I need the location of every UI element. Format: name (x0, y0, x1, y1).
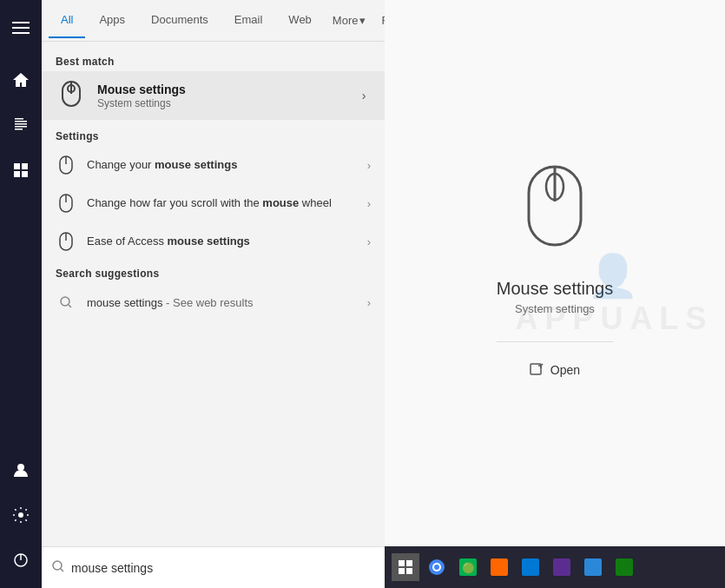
svg-rect-36 (406, 568, 412, 574)
svg-line-26 (69, 305, 71, 307)
open-label: Open (550, 363, 580, 377)
svg-rect-9 (22, 163, 28, 169)
hamburger-menu-button[interactable] (0, 7, 42, 49)
svg-point-13 (18, 512, 23, 518)
svg-rect-11 (22, 171, 28, 177)
detail-panel: 👤 APPUALS Mouse settings System settings (385, 0, 725, 588)
search-input[interactable] (71, 561, 374, 575)
search-bar-icon (52, 560, 64, 575)
svg-rect-43 (522, 558, 539, 576)
svg-line-28 (61, 569, 63, 571)
detail-content: Mouse settings System settings Open (479, 0, 631, 546)
settings-item-text-3: Ease of Access mouse settings (87, 234, 360, 249)
best-match-arrow: › (343, 71, 385, 120)
search-results: Best match Mouse settings System setting… (42, 42, 385, 546)
svg-point-25 (61, 297, 69, 306)
taskbar: 🟢 (385, 546, 725, 588)
mouse-icon-3 (56, 231, 76, 252)
best-match-text: Mouse settings System settings (97, 83, 371, 109)
taskbar-icon-app4[interactable] (548, 553, 576, 581)
best-match-label: Best match (42, 49, 385, 71)
tab-documents[interactable]: Documents (139, 3, 221, 38)
taskbar-icon-app3[interactable] (517, 553, 544, 581)
settings-item-change-mouse[interactable]: Change your mouse settings › (42, 146, 385, 184)
settings-item-arrow-3: › (367, 235, 371, 248)
svg-rect-33 (399, 560, 405, 566)
svg-rect-2 (12, 32, 30, 34)
taskbar-icon-app2[interactable] (485, 553, 513, 581)
svg-rect-6 (15, 126, 27, 128)
svg-rect-44 (553, 558, 570, 576)
search-bar (42, 546, 385, 588)
best-match-subtitle: System settings (97, 97, 371, 109)
tab-bar: All Apps Documents Email Web More ▾ Feed… (42, 0, 385, 42)
svg-rect-4 (15, 121, 27, 122)
mouse-icon-2 (56, 193, 76, 214)
svg-rect-3 (15, 118, 23, 120)
open-icon (530, 363, 544, 377)
svg-rect-45 (584, 558, 602, 576)
svg-rect-46 (616, 558, 633, 576)
svg-rect-8 (14, 163, 20, 169)
suggestion-arrow-1: › (367, 296, 371, 309)
sidebar (0, 0, 42, 588)
svg-rect-42 (491, 558, 508, 576)
svg-rect-35 (399, 568, 405, 574)
svg-rect-7 (15, 129, 23, 130)
detail-divider (497, 341, 614, 342)
tab-more[interactable]: More ▾ (326, 3, 373, 37)
svg-rect-5 (15, 123, 27, 125)
open-button[interactable]: Open (516, 356, 594, 384)
settings-item-text-2: Change how far you scroll with the mouse… (87, 195, 360, 211)
detail-mouse-icon (520, 162, 590, 261)
settings-item-ease-access[interactable]: Ease of Access mouse settings › (42, 222, 385, 261)
settings-item-arrow-1: › (367, 159, 371, 172)
taskbar-icon-app5[interactable] (579, 553, 607, 581)
taskbar-icon-app1[interactable]: 🟢 (454, 553, 482, 581)
apps-grid-button[interactable] (0, 149, 42, 191)
settings-item-arrow-2: › (367, 197, 371, 210)
svg-point-39 (434, 565, 439, 570)
svg-rect-0 (12, 22, 30, 23)
tab-apps[interactable]: Apps (87, 3, 137, 38)
tab-all[interactable]: All (49, 3, 85, 38)
svg-point-12 (17, 464, 24, 471)
detail-title: Mouse settings (497, 279, 614, 299)
taskbar-icon-app6[interactable] (610, 553, 638, 581)
power-button[interactable] (0, 539, 42, 581)
svg-text:🟢: 🟢 (462, 561, 475, 574)
suggestions-section: Search suggestions mouse settings - See … (42, 261, 385, 321)
search-panel: All Apps Documents Email Web More ▾ Feed… (42, 0, 385, 588)
taskbar-task-view[interactable] (392, 553, 419, 581)
home-button[interactable] (0, 59, 42, 101)
svg-rect-10 (14, 171, 20, 177)
mouse-icon-1 (56, 155, 76, 175)
mouse-settings-icon (56, 80, 87, 111)
suggestion-text-1: mouse settings - See web results (87, 296, 367, 309)
svg-point-27 (53, 561, 62, 570)
suggestions-label: Search suggestions (42, 261, 385, 283)
settings-item-scroll[interactable]: Change how far you scroll with the mouse… (42, 184, 385, 222)
svg-rect-1 (12, 27, 30, 29)
taskbar-icon-chrome[interactable] (423, 553, 451, 581)
settings-item-text-1: Change your mouse settings (87, 157, 360, 173)
best-match-title: Mouse settings (97, 83, 371, 96)
tab-email[interactable]: Email (222, 3, 275, 38)
search-suggestion-icon (56, 292, 76, 313)
best-match-item[interactable]: Mouse settings System settings › (42, 71, 385, 120)
svg-rect-34 (406, 560, 412, 566)
suggestion-item-1[interactable]: mouse settings - See web results › (42, 283, 385, 321)
documents-button[interactable] (0, 104, 42, 146)
settings-section: Settings Change your mouse settings › (42, 123, 385, 261)
tab-web[interactable]: Web (276, 3, 324, 38)
settings-section-label: Settings (42, 123, 385, 146)
user-avatar-button[interactable] (0, 449, 42, 491)
settings-button[interactable] (0, 494, 42, 536)
detail-subtitle: System settings (515, 302, 595, 315)
